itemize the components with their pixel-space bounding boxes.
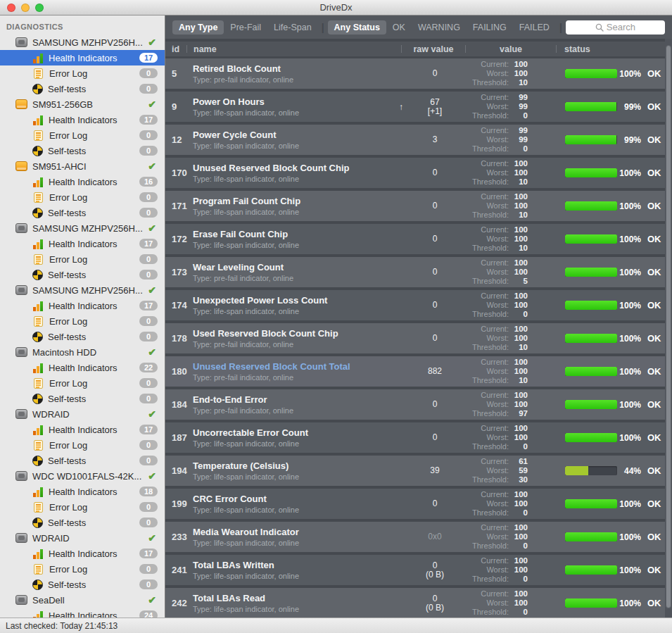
health-percent: 99% bbox=[617, 102, 641, 112]
table-row[interactable]: 199 CRC Error Count Type: life-span indi… bbox=[165, 489, 665, 519]
current-value: 100 bbox=[509, 424, 528, 433]
table-row[interactable]: 171 Program Fail Count Chip Type: life-s… bbox=[165, 191, 665, 221]
health-percent: 100% bbox=[617, 400, 641, 410]
table-row[interactable]: 9 Power On Hours Type: life-span indicat… bbox=[165, 92, 665, 122]
attribute-name: Unused Reserved Block Count Chip bbox=[193, 163, 403, 173]
sidebar-item[interactable]: Error Log 0 bbox=[0, 189, 165, 205]
threshold-label: Threshold: bbox=[472, 277, 509, 286]
close-window-button[interactable] bbox=[7, 4, 15, 12]
column-header-value[interactable]: value bbox=[466, 44, 556, 54]
sidebar-drive-row[interactable]: SAMSUNG MZHPV256H... ✔ bbox=[0, 282, 165, 298]
status-cell: 44% OK bbox=[557, 465, 665, 476]
zoom-window-button[interactable] bbox=[35, 4, 44, 12]
table-row[interactable]: 194 Temperature (Celsius) Type: life-spa… bbox=[165, 456, 665, 486]
filter-type-life-span[interactable]: Life-Span bbox=[267, 20, 318, 35]
column-header-status[interactable]: status bbox=[557, 44, 665, 54]
table-row[interactable]: 173 Wear Leveling Count Type: pre-fail i… bbox=[165, 257, 665, 287]
sidebar-item[interactable]: Self-tests 0 bbox=[0, 267, 165, 282]
table-row[interactable]: 180 Unused Reserved Block Count Total Ty… bbox=[165, 356, 665, 387]
filter-status-ok[interactable]: OK bbox=[386, 20, 412, 35]
threshold-value: 0 bbox=[509, 111, 528, 120]
table-row[interactable]: 242 Total LBAs Read Type: life-span indi… bbox=[165, 588, 665, 618]
count-badge: 18 bbox=[139, 487, 158, 496]
status-badge: OK bbox=[647, 532, 661, 542]
sidebar-item[interactable]: Error Log 0 bbox=[0, 375, 165, 391]
scrollbar-thumb[interactable] bbox=[666, 45, 671, 608]
filter-status-failing[interactable]: FAILING bbox=[467, 20, 513, 35]
sidebar-item[interactable]: Health Indicators 17 bbox=[0, 112, 165, 127]
sidebar-item[interactable]: Health Indicators 24 bbox=[0, 608, 165, 618]
status-badge: OK bbox=[647, 399, 661, 410]
sidebar-drive-row[interactable]: Macintosh HDD ✔ bbox=[0, 344, 165, 360]
sidebar-item[interactable]: Error Log 0 bbox=[0, 251, 165, 267]
table-row[interactable]: 178 Used Reserved Block Count Chip Type:… bbox=[165, 323, 665, 353]
raw-value: 0 bbox=[403, 168, 467, 177]
column-header-name[interactable]: name bbox=[187, 44, 401, 54]
attribute-type: Type: life-span indicator, online bbox=[193, 108, 403, 117]
sidebar-item[interactable]: Self-tests 0 bbox=[0, 143, 165, 158]
sidebar-item[interactable]: Self-tests 0 bbox=[0, 453, 165, 468]
sidebar-item-label: Health Indicators bbox=[49, 425, 118, 435]
sidebar-item[interactable]: Health Indicators 17 bbox=[0, 298, 165, 313]
sidebar-drive-row[interactable]: WDRAID ✔ bbox=[0, 530, 165, 546]
filter-type-pre-fail[interactable]: Pre-Fail bbox=[224, 20, 267, 35]
filter-status-any-status[interactable]: Any Status bbox=[328, 20, 386, 35]
sidebar-item[interactable]: Error Log 0 bbox=[0, 65, 165, 81]
search-input[interactable]: Search bbox=[566, 20, 665, 35]
sidebar-drive-row[interactable]: SAMSUNG MZHPV256H... ✔ bbox=[0, 220, 165, 236]
sidebar-item[interactable]: Self-tests 0 bbox=[0, 329, 165, 344]
filter-toolbar: Any TypePre-FailLife-Span | Any StatusOK… bbox=[165, 15, 672, 39]
sidebar-item[interactable]: Self-tests 0 bbox=[0, 515, 165, 530]
attribute-name: Wear Leveling Count bbox=[193, 262, 403, 272]
sidebar-item[interactable]: Health Indicators 22 bbox=[0, 360, 165, 375]
table-row[interactable]: 5 Retired Block Count Type: pre-fail ind… bbox=[165, 58, 665, 89]
column-header-raw-value[interactable]: raw value bbox=[402, 44, 465, 54]
attribute-type: Type: life-span indicator, online bbox=[193, 439, 403, 448]
table-row[interactable]: 174 Unexpected Power Loss Count Type: li… bbox=[165, 290, 665, 320]
sidebar-drive-row[interactable]: WDC WD1001FALS-42K... ✔ bbox=[0, 468, 165, 484]
filter-type-any-type[interactable]: Any Type bbox=[172, 20, 224, 35]
table-row[interactable]: 184 End-to-End Error Type: pre-fail indi… bbox=[165, 389, 665, 420]
sidebar-item[interactable]: Health Indicators 17 bbox=[0, 546, 165, 561]
table-row[interactable]: 187 Uncorrectable Error Count Type: life… bbox=[165, 422, 665, 453]
table-row[interactable]: 233 Media Wearout Indicator Type: life-s… bbox=[165, 522, 665, 552]
current-label: Current: bbox=[481, 292, 509, 301]
sidebar-item[interactable]: Health Indicators 17 bbox=[0, 50, 165, 65]
status-cell: 100% OK bbox=[557, 399, 665, 410]
item-icon bbox=[32, 579, 43, 590]
table-row[interactable]: 172 Erase Fail Count Chip Type: life-spa… bbox=[165, 224, 665, 254]
sidebar-drive-row[interactable]: SeaDell ✔ bbox=[0, 592, 165, 608]
sidebar-item[interactable]: Health Indicators 17 bbox=[0, 236, 165, 251]
filter-status-warning[interactable]: WARNING bbox=[412, 20, 467, 35]
value-block: Current:61 Worst:59 Threshold:30 bbox=[467, 457, 557, 484]
sidebar-item-label: Health Indicators bbox=[49, 610, 118, 618]
filter-status-failed[interactable]: FAILED bbox=[513, 20, 556, 35]
sidebar-item[interactable]: Error Log 0 bbox=[0, 499, 165, 515]
sidebar-item[interactable]: Error Log 0 bbox=[0, 313, 165, 329]
raw-value: 0(0 B) bbox=[403, 561, 467, 579]
minimize-window-button[interactable] bbox=[21, 4, 30, 12]
column-header-id[interactable]: id bbox=[165, 44, 186, 54]
sidebar-item[interactable]: Self-tests 0 bbox=[0, 577, 165, 592]
sidebar-drive-row[interactable]: SM951-AHCI ✔ bbox=[0, 158, 165, 174]
table-row[interactable]: 170 Unused Reserved Block Count Chip Typ… bbox=[165, 158, 665, 188]
sidebar-item[interactable]: Self-tests 0 bbox=[0, 391, 165, 406]
table-row[interactable]: 12 Power Cycle Count Type: life-span ind… bbox=[165, 125, 665, 155]
sidebar-item[interactable]: Health Indicators 18 bbox=[0, 484, 165, 499]
sidebar-item[interactable]: Self-tests 0 bbox=[0, 81, 165, 96]
sidebar-drive-row[interactable]: SM951-256GB ✔ bbox=[0, 96, 165, 112]
sidebar-item[interactable]: Self-tests 0 bbox=[0, 205, 165, 220]
vertical-scrollbar[interactable] bbox=[665, 39, 672, 618]
sidebar-item[interactable]: Error Log 0 bbox=[0, 437, 165, 453]
sidebar-item[interactable]: Error Log 0 bbox=[0, 127, 165, 143]
sidebar-drive-row[interactable]: SAMSUNG MZHPV256H... ✔ bbox=[0, 35, 165, 50]
sidebar-item[interactable]: Health Indicators 17 bbox=[0, 422, 165, 437]
sidebar-drive-row[interactable]: WDRAID ✔ bbox=[0, 406, 165, 422]
health-bar bbox=[565, 301, 617, 310]
attribute-name: Media Wearout Indicator bbox=[193, 527, 403, 537]
sidebar-item[interactable]: Error Log 0 bbox=[0, 561, 165, 577]
sidebar-item-label: Self-tests bbox=[48, 456, 86, 466]
status-cell: 100% OK bbox=[557, 234, 665, 244]
table-row[interactable]: 241 Total LBAs Written Type: life-span i… bbox=[165, 555, 665, 585]
sidebar-item[interactable]: Health Indicators 16 bbox=[0, 174, 165, 189]
